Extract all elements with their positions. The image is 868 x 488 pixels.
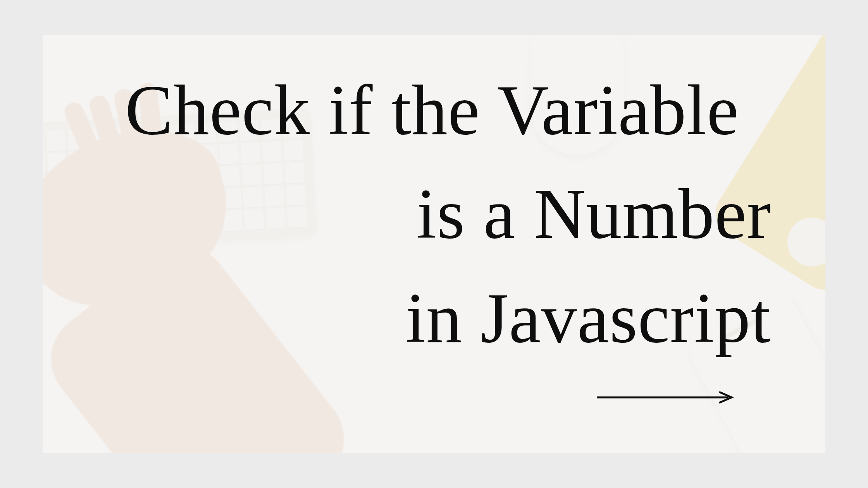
title-line-1: Check if the Variable <box>54 58 802 162</box>
title-line-2: is a Number <box>54 162 802 266</box>
page-title: Check if the Variable is a Number in Jav… <box>54 58 802 370</box>
title-content: Check if the Variable is a Number in Jav… <box>43 35 825 453</box>
arrow-icon <box>597 390 736 407</box>
hero-card: Check if the Variable is a Number in Jav… <box>43 35 825 453</box>
title-line-3: in Javascript <box>54 266 802 370</box>
